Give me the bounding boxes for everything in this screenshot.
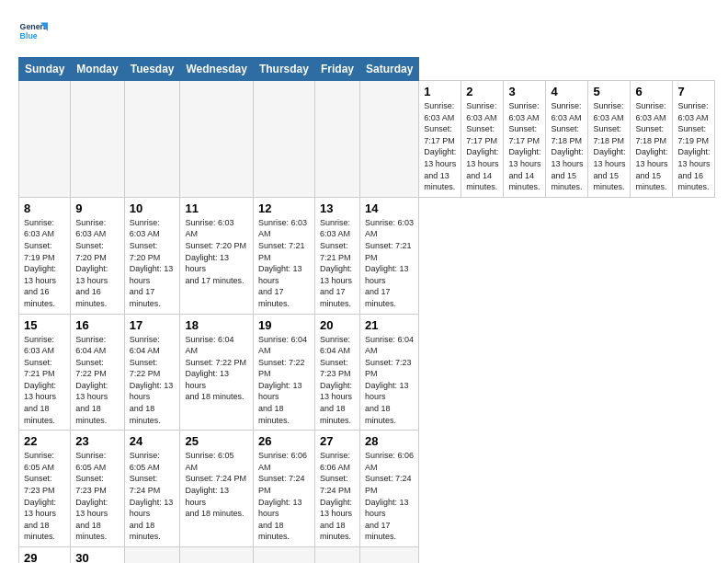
day-info: Sunrise: 6:05 AMSunset: 7:23 PMDaylight:… [24, 451, 56, 541]
day-info: Sunrise: 6:03 AMSunset: 7:20 PMDaylight:… [75, 218, 108, 308]
calendar-cell: 22Sunrise: 6:05 AMSunset: 7:23 PMDayligh… [19, 431, 71, 547]
calendar-cell: 23Sunrise: 6:05 AMSunset: 7:23 PMDayligh… [71, 431, 124, 547]
header-friday: Friday [314, 58, 359, 81]
calendar-cell [124, 81, 180, 198]
calendar-cell: 18Sunrise: 6:04 AMSunset: 7:22 PMDayligh… [180, 314, 253, 431]
calendar-cell: 5Sunrise: 6:03 AMSunset: 7:18 PMDaylight… [588, 81, 631, 198]
header-sunday: Sunday [19, 58, 71, 81]
calendar-cell: 10Sunrise: 6:03 AMSunset: 7:20 PMDayligh… [124, 197, 180, 314]
calendar-cell [180, 81, 253, 198]
day-number: 5 [593, 85, 625, 98]
calendar-cell: 27Sunrise: 6:06 AMSunset: 7:24 PMDayligh… [314, 431, 359, 547]
calendar-table: Sunday Monday Tuesday Wednesday Thursday… [18, 57, 715, 563]
day-number: 13 [320, 201, 355, 215]
day-number: 28 [365, 434, 414, 448]
day-info: Sunrise: 6:03 AMSunset: 7:18 PMDaylight:… [635, 101, 667, 191]
header: General Blue [18, 17, 710, 46]
calendar-cell: 14Sunrise: 6:03 AMSunset: 7:21 PMDayligh… [359, 197, 418, 314]
day-number: 2 [466, 85, 498, 98]
calendar-cell: 1Sunrise: 6:03 AMSunset: 7:17 PMDaylight… [419, 81, 461, 198]
calendar-cell: 4Sunrise: 6:03 AMSunset: 7:18 PMDaylight… [546, 81, 588, 198]
calendar-cell: 3Sunrise: 6:03 AMSunset: 7:17 PMDaylight… [504, 81, 546, 198]
day-number: 3 [508, 85, 540, 98]
day-info: Sunrise: 6:03 AMSunset: 7:19 PMDaylight:… [24, 218, 56, 308]
day-info: Sunrise: 6:03 AMSunset: 7:21 PMDaylight:… [320, 218, 352, 308]
calendar-cell: 7Sunrise: 6:03 AMSunset: 7:19 PMDaylight… [673, 81, 715, 198]
day-info: Sunrise: 6:03 AMSunset: 7:17 PMDaylight:… [466, 101, 498, 191]
day-number: 16 [75, 318, 119, 332]
day-info: Sunrise: 6:03 AMSunset: 7:20 PMDaylight:… [185, 218, 246, 285]
day-info: Sunrise: 6:03 AMSunset: 7:18 PMDaylight:… [551, 101, 583, 191]
calendar-cell [71, 81, 124, 198]
day-info: Sunrise: 6:04 AMSunset: 7:22 PMDaylight:… [75, 335, 108, 425]
calendar-cell: 19Sunrise: 6:04 AMSunset: 7:22 PMDayligh… [253, 314, 314, 431]
calendar-cell [314, 547, 359, 564]
day-number: 19 [258, 318, 310, 332]
calendar-cell: 2Sunrise: 6:03 AMSunset: 7:17 PMDaylight… [461, 81, 504, 198]
day-number: 27 [320, 434, 355, 448]
calendar-cell [180, 547, 253, 564]
day-number: 14 [365, 201, 414, 215]
day-number: 1 [424, 85, 456, 98]
day-number: 21 [365, 318, 414, 332]
day-info: Sunrise: 6:04 AMSunset: 7:22 PMDaylight:… [258, 335, 307, 425]
header-monday: Monday [71, 58, 124, 81]
day-number: 10 [130, 201, 176, 215]
logo: General Blue [18, 17, 48, 46]
day-number: 24 [130, 434, 176, 448]
day-info: Sunrise: 6:04 AMSunset: 7:23 PMDaylight:… [320, 335, 352, 425]
day-info: Sunrise: 6:04 AMSunset: 7:22 PMDaylight:… [130, 335, 174, 425]
day-number: 26 [258, 434, 310, 448]
calendar-cell: 16Sunrise: 6:04 AMSunset: 7:22 PMDayligh… [71, 314, 124, 431]
day-info: Sunrise: 6:03 AMSunset: 7:19 PMDaylight:… [677, 101, 710, 191]
day-number: 29 [24, 551, 65, 563]
day-info: Sunrise: 6:03 AMSunset: 7:20 PMDaylight:… [130, 218, 174, 308]
day-info: Sunrise: 6:03 AMSunset: 7:18 PMDaylight:… [593, 101, 625, 191]
day-info: Sunrise: 6:03 AMSunset: 7:21 PMDaylight:… [365, 218, 414, 308]
day-number: 4 [551, 85, 583, 98]
calendar-cell: 28Sunrise: 6:06 AMSunset: 7:24 PMDayligh… [359, 431, 418, 547]
calendar-cell [19, 81, 71, 198]
calendar-cell: 8Sunrise: 6:03 AMSunset: 7:19 PMDaylight… [19, 197, 71, 314]
header-wednesday: Wednesday [180, 58, 253, 81]
day-info: Sunrise: 6:06 AMSunset: 7:24 PMDaylight:… [320, 451, 352, 541]
day-info: Sunrise: 6:03 AMSunset: 7:21 PMDaylight:… [24, 335, 56, 425]
page: General Blue Sunday Monday Tuesday Wedne… [0, 0, 728, 563]
day-info: Sunrise: 6:03 AMSunset: 7:21 PMDaylight:… [258, 218, 307, 308]
calendar-cell: 11Sunrise: 6:03 AMSunset: 7:20 PMDayligh… [180, 197, 253, 314]
calendar-cell [124, 547, 180, 564]
header-thursday: Thursday [253, 58, 314, 81]
logo-icon: General Blue [18, 17, 48, 46]
calendar-cell: 13Sunrise: 6:03 AMSunset: 7:21 PMDayligh… [314, 197, 359, 314]
svg-text:Blue: Blue [20, 31, 38, 40]
day-number: 23 [75, 434, 119, 448]
day-info: Sunrise: 6:05 AMSunset: 7:24 PMDaylight:… [130, 451, 174, 541]
calendar-cell [314, 81, 359, 198]
calendar-cell: 17Sunrise: 6:04 AMSunset: 7:22 PMDayligh… [124, 314, 180, 431]
header-saturday: Saturday [359, 58, 418, 81]
calendar-cell: 15Sunrise: 6:03 AMSunset: 7:21 PMDayligh… [19, 314, 71, 431]
day-info: Sunrise: 6:03 AMSunset: 7:17 PMDaylight:… [508, 101, 540, 191]
calendar-cell [253, 81, 314, 198]
calendar-cell [359, 81, 418, 198]
day-number: 11 [185, 201, 247, 215]
day-info: Sunrise: 6:04 AMSunset: 7:22 PMDaylight:… [185, 335, 246, 402]
day-number: 7 [677, 85, 710, 98]
day-info: Sunrise: 6:05 AMSunset: 7:24 PMDaylight:… [185, 451, 246, 518]
day-number: 18 [185, 318, 247, 332]
calendar-cell: 9Sunrise: 6:03 AMSunset: 7:20 PMDaylight… [71, 197, 124, 314]
day-number: 17 [130, 318, 176, 332]
calendar-cell: 21Sunrise: 6:04 AMSunset: 7:23 PMDayligh… [359, 314, 418, 431]
day-number: 22 [24, 434, 65, 448]
day-number: 15 [24, 318, 65, 332]
day-info: Sunrise: 6:03 AMSunset: 7:17 PMDaylight:… [424, 101, 456, 191]
day-number: 6 [635, 85, 667, 98]
day-number: 8 [24, 201, 65, 215]
calendar-cell: 24Sunrise: 6:05 AMSunset: 7:24 PMDayligh… [124, 431, 180, 547]
header-tuesday: Tuesday [124, 58, 180, 81]
day-number: 20 [320, 318, 355, 332]
day-info: Sunrise: 6:06 AMSunset: 7:24 PMDaylight:… [365, 451, 414, 541]
day-number: 12 [258, 201, 310, 215]
weekday-header-row: Sunday Monday Tuesday Wednesday Thursday… [19, 58, 715, 81]
day-info: Sunrise: 6:06 AMSunset: 7:24 PMDaylight:… [258, 451, 307, 541]
